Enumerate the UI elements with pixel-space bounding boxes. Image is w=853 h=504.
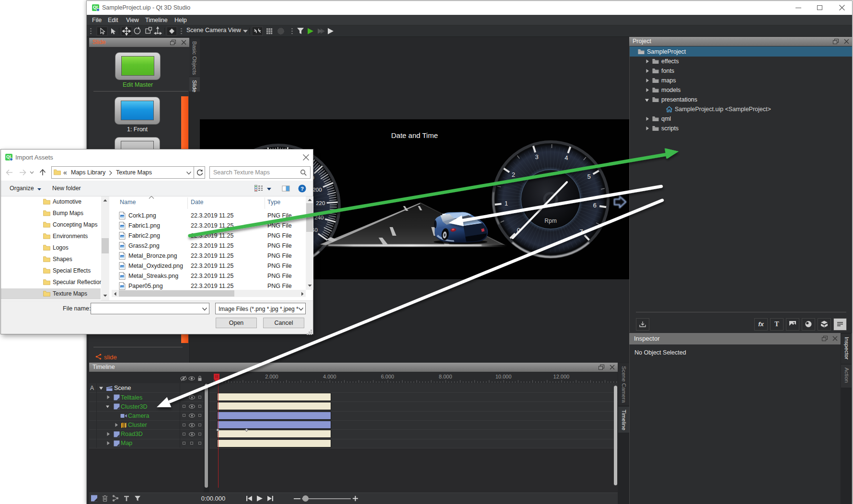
svg-text:4.000: 4.000 [323, 374, 336, 379]
svg-text:6: 6 [593, 202, 596, 209]
svg-text:3: 3 [535, 153, 539, 160]
svg-text:12.000: 12.000 [553, 374, 570, 379]
svg-text:200: 200 [312, 187, 322, 193]
svg-text:5: 5 [587, 173, 590, 180]
svg-text:8.000: 8.000 [439, 374, 452, 379]
svg-text:4: 4 [565, 154, 568, 161]
svg-text:6.000: 6.000 [381, 374, 394, 379]
svg-text:7: 7 [579, 228, 583, 235]
svg-text:1: 1 [505, 200, 508, 207]
svg-text:2: 2 [512, 171, 515, 178]
svg-text:Rpm: Rpm [544, 218, 556, 224]
svg-text:Date and Time: Date and Time [391, 131, 438, 139]
svg-text:?: ? [300, 186, 304, 192]
svg-text:10.000: 10.000 [496, 374, 512, 379]
svg-text:220: 220 [316, 200, 325, 206]
svg-text:2.000: 2.000 [265, 374, 278, 379]
svg-text:240: 240 [314, 215, 323, 220]
